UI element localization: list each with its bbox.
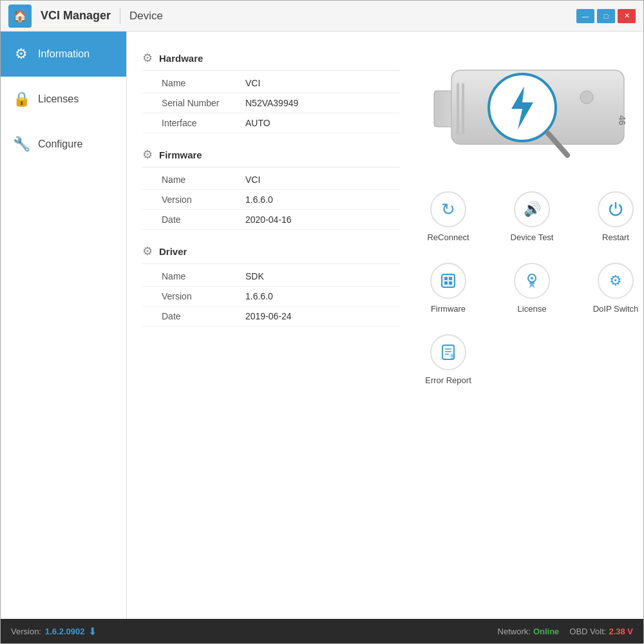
home-icon[interactable]: 🏠 (8, 5, 32, 28)
sidebar-label-licenses: Licenses (38, 93, 79, 105)
svg-rect-2 (457, 83, 459, 135)
main-window: 🏠 VCI Manager Device — □ ✕ ⚙ Information… (0, 0, 644, 644)
status-right: Network: Online OBD Volt: 2.38 V (498, 627, 633, 636)
version-value: 1.6.2.0902 (45, 627, 84, 636)
firmware-version-key: Version (162, 194, 245, 205)
content-area: ⚙ Hardware Name VCI Serial Number N52VA3… (127, 32, 643, 619)
doip-switch-label: DoIP Switch (593, 304, 639, 314)
reconnect-icon: ↻ (430, 191, 466, 227)
hardware-name-key: Name (162, 78, 245, 88)
doip-switch-icon: ⚙ (598, 263, 634, 299)
svg-point-22 (451, 357, 453, 359)
device-image: 46 (429, 51, 635, 167)
driver-date-value: 2019-06-24 (245, 311, 292, 321)
reconnect-button[interactable]: ↻ ReConnect (413, 186, 484, 247)
svg-text:46: 46 (617, 115, 627, 126)
statusbar: Version: 1.6.2.0902 ⬇ Network: Online OB… (1, 619, 643, 643)
section-title: Device (129, 10, 163, 23)
license-button[interactable]: License (497, 258, 567, 319)
device-test-button[interactable]: 🔊 Device Test (497, 186, 567, 247)
driver-name-key: Name (162, 271, 245, 281)
firmware-name-key: Name (162, 175, 245, 185)
titlebar-divider (120, 8, 120, 24)
sidebar-item-licenses[interactable]: 🔒 Licenses (1, 77, 126, 122)
hardware-serial-value: N52VA39949 (245, 98, 298, 108)
firmware-date-value: 2020-04-16 (245, 214, 292, 225)
firmware-date-row: Date 2020-04-16 (142, 210, 400, 230)
hardware-gear-icon: ⚙ (142, 51, 153, 65)
driver-version-value: 1.6.6.0 (245, 291, 273, 301)
svg-point-6 (580, 91, 593, 104)
firmware-name-row: Name VCI (142, 170, 400, 190)
hardware-interface-value: AUTO (245, 118, 270, 128)
license-icon (514, 263, 550, 299)
restart-button[interactable]: Restart (580, 186, 643, 247)
driver-version-key: Version (162, 291, 245, 301)
main-content: ⚙ Information 🔒 Licenses 🔧 Configure ⚙ H… (1, 32, 643, 619)
update-icon[interactable]: ⬇ (88, 625, 97, 638)
firmware-date-key: Date (162, 214, 245, 225)
close-button[interactable]: ✕ (618, 9, 636, 23)
error-report-button[interactable]: Error Report (413, 329, 484, 390)
driver-date-row: Date 2019-06-24 (142, 307, 400, 327)
svg-rect-3 (462, 83, 464, 135)
information-icon: ⚙ (12, 46, 30, 62)
driver-version-row: Version 1.6.6.0 (142, 287, 400, 307)
obd-value: 2.38 V (609, 627, 633, 636)
error-report-icon (430, 334, 466, 370)
svg-rect-11 (449, 277, 452, 280)
firmware-title: Firmware (159, 149, 202, 160)
hardware-serial-key: Serial Number (162, 98, 245, 108)
firmware-gear-icon: ⚙ (142, 147, 153, 162)
network-status: Network: Online (498, 627, 560, 636)
error-report-icon-svg (439, 343, 457, 361)
device-test-label: Device Test (511, 232, 554, 242)
titlebar-left: 🏠 VCI Manager Device (8, 5, 163, 28)
device-svg: 46 (429, 51, 635, 167)
network-label: Network: (498, 627, 531, 636)
version-label: Version: (11, 627, 41, 636)
hardware-title: Hardware (159, 53, 203, 64)
doip-switch-button[interactable]: ⚙ DoIP Switch (580, 258, 643, 319)
driver-name-value: SDK (245, 271, 264, 281)
window-controls: — □ ✕ (576, 9, 636, 23)
sidebar: ⚙ Information 🔒 Licenses 🔧 Configure (1, 32, 127, 619)
driver-title: Driver (159, 246, 187, 257)
obd-status: OBD Volt: 2.38 V (569, 627, 633, 636)
device-test-icon: 🔊 (514, 191, 550, 227)
sidebar-item-configure[interactable]: 🔧 Configure (1, 122, 126, 167)
error-report-label: Error Report (425, 375, 471, 385)
right-panel: 46 (413, 44, 643, 606)
hardware-section-header: ⚙ Hardware (142, 44, 400, 71)
driver-section-header: ⚙ Driver (142, 238, 400, 264)
svg-point-15 (531, 277, 533, 279)
info-panel: ⚙ Hardware Name VCI Serial Number N52VA3… (142, 44, 400, 606)
maximize-button[interactable]: □ (597, 9, 615, 23)
license-icon-svg (523, 272, 541, 290)
hardware-serial-row: Serial Number N52VA39949 (142, 93, 400, 113)
status-left: Version: 1.6.2.0902 ⬇ (11, 625, 97, 638)
network-value: Online (533, 627, 559, 636)
actions-grid: ↻ ReConnect 🔊 Device Test (413, 186, 643, 390)
firmware-button[interactable]: Firmware (413, 258, 484, 319)
svg-rect-12 (444, 281, 448, 285)
obd-label: OBD Volt: (569, 627, 606, 636)
svg-rect-10 (444, 277, 448, 280)
firmware-section-header: ⚙ Firmware (142, 141, 400, 167)
svg-rect-8 (442, 274, 455, 287)
driver-date-key: Date (162, 311, 245, 321)
restart-label: Restart (602, 232, 629, 242)
sidebar-label-information: Information (38, 48, 90, 60)
license-label: License (518, 304, 547, 314)
app-title: VCI Manager (41, 9, 111, 23)
minimize-button[interactable]: — (576, 9, 594, 23)
hardware-name-value: VCI (245, 78, 260, 88)
hardware-name-row: Name VCI (142, 73, 400, 93)
sidebar-label-configure: Configure (38, 138, 82, 150)
lock-icon: 🔒 (12, 91, 30, 108)
sidebar-item-information[interactable]: ⚙ Information (1, 32, 126, 77)
hardware-interface-key: Interface (162, 118, 245, 128)
firmware-version-row: Version 1.6.6.0 (142, 190, 400, 210)
firmware-label: Firmware (431, 304, 466, 314)
configure-icon: 🔧 (12, 136, 30, 153)
